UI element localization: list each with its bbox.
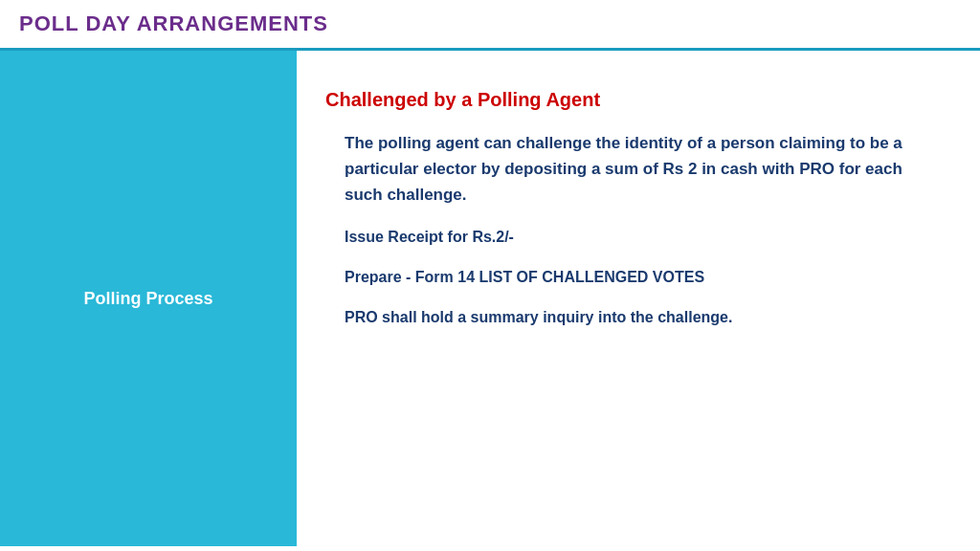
list-item: Issue Receipt for Rs.2/- [335, 226, 942, 249]
sidebar: Polling Process [0, 51, 297, 546]
main-content: Polling Process Challenged by a Polling … [0, 51, 980, 546]
section-title: Challenged by a Polling Agent [325, 89, 942, 111]
header-title: POLL DAY ARRANGEMENTS [19, 11, 328, 35]
sidebar-label: Polling Process [64, 270, 232, 328]
content-area: Challenged by a Polling Agent The pollin… [297, 51, 980, 546]
header: POLL DAY ARRANGEMENTS [0, 0, 980, 51]
list-item: PRO shall hold a summary inquiry into th… [335, 306, 942, 329]
list-item: Prepare - Form 14 LIST OF CHALLENGED VOT… [335, 266, 942, 289]
list-item: The polling agent can challenge the iden… [335, 130, 942, 209]
content-list: The polling agent can challenge the iden… [325, 130, 942, 329]
